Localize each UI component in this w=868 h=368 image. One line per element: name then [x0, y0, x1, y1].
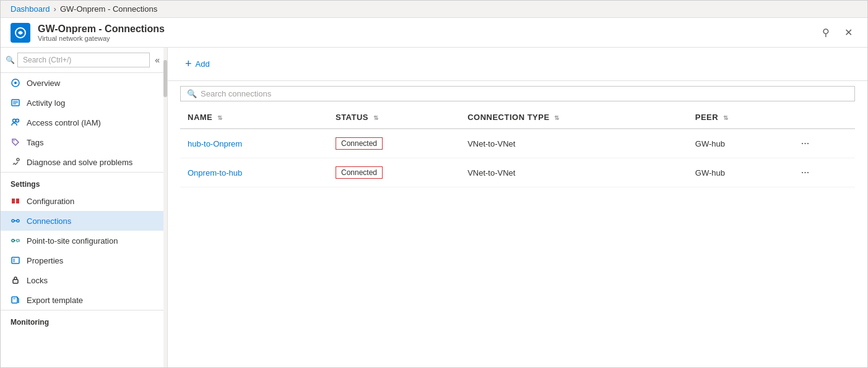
col-header-name[interactable]: NAME ⇅ [180, 106, 328, 129]
sidebar-collapse-button[interactable]: « [152, 54, 162, 66]
table-row: Onprem-to-hubConnectedVNet-to-VNetGW-hub… [180, 158, 855, 187]
col-header-peer[interactable]: PEER ⇅ [688, 106, 790, 129]
sidebar-item-label-overview: Overview [27, 79, 60, 88]
breadcrumb-dashboard[interactable]: Dashboard [11, 4, 50, 14]
svg-point-9 [14, 140, 15, 142]
sidebar-item-label-diagnose: Diagnose and solve problems [27, 158, 132, 167]
cell-more-1: ··· [790, 158, 855, 187]
svg-point-17 [17, 239, 19, 242]
svg-rect-12 [16, 199, 19, 203]
svg-point-16 [12, 239, 14, 242]
col-header-status[interactable]: STATUS ⇅ [328, 106, 460, 129]
svg-point-10 [17, 158, 19, 161]
svg-point-13 [12, 220, 14, 222]
activity-log-icon [11, 98, 20, 108]
titlebar-actions: ⚲ ✕ [817, 24, 857, 41]
diagnose-icon [11, 157, 20, 167]
sidebar-item-label-export-template: Export template [27, 296, 83, 305]
sidebar-item-export-template[interactable]: Export template [1, 290, 167, 310]
sidebar-item-tags[interactable]: Tags [1, 132, 167, 152]
content-toolbar: + Add [168, 48, 867, 81]
breadcrumb-separator: › [54, 4, 56, 14]
sidebar-item-label-tags: Tags [27, 138, 43, 147]
sidebar-search-input[interactable] [17, 53, 150, 67]
cell-type-1: VNet-to-VNet [460, 158, 688, 187]
properties-icon [11, 255, 20, 265]
more-actions-button[interactable]: ··· [797, 137, 813, 150]
sidebar-item-locks[interactable]: Locks [1, 270, 167, 290]
col-header-actions [790, 106, 855, 129]
pin-button[interactable]: ⚲ [817, 24, 835, 41]
cell-more-0: ··· [790, 129, 855, 158]
breadcrumb: Dashboard › GW-Onprem - Connections [1, 1, 867, 18]
connections-table: NAME ⇅ STATUS ⇅ CONNECTION TYPE ⇅ [180, 106, 855, 187]
export-template-icon [11, 295, 20, 305]
sidebar-item-configuration[interactable]: Configuration [1, 191, 167, 211]
cell-status-1: Connected [328, 158, 460, 187]
col-status-label: STATUS [336, 113, 368, 122]
monitoring-section-label: Monitoring [1, 310, 167, 329]
col-type-label: CONNECTION TYPE [467, 113, 549, 122]
locks-icon [11, 275, 20, 285]
svg-rect-19 [12, 257, 19, 263]
titlebar: GW-Onprem - Connections Virtual network … [1, 18, 867, 48]
connections-search-input[interactable] [201, 89, 848, 98]
svg-point-8 [16, 119, 19, 122]
connections-search-icon: 🔍 [187, 89, 197, 98]
content-area: + Add 🔍 NAME ⇅ [168, 48, 867, 367]
svg-rect-11 [12, 199, 15, 203]
access-control-icon [11, 118, 20, 127]
sidebar-item-diagnose[interactable]: Diagnose and solve problems [1, 152, 167, 172]
more-actions-button[interactable]: ··· [797, 166, 813, 179]
main-body: 🔍 « Overview Activity log [1, 48, 867, 367]
col-name-label: NAME [188, 113, 212, 122]
status-badge: Connected [336, 166, 383, 179]
add-button-label: Add [196, 59, 210, 69]
sidebar-item-overview[interactable]: Overview [1, 73, 167, 93]
col-peer-label: PEER [695, 113, 718, 122]
sidebar-item-label-activity-log: Activity log [27, 98, 65, 108]
sidebar-item-activity-log[interactable]: Activity log [1, 93, 167, 113]
page-subtitle: Virtual network gateway [38, 35, 810, 42]
cell-name-0[interactable]: hub-to-Onprem [180, 129, 328, 158]
sidebar-scrollthumb[interactable] [163, 60, 167, 97]
svg-point-2 [14, 82, 17, 84]
titlebar-text-block: GW-Onprem - Connections Virtual network … [38, 24, 810, 42]
cell-status-0: Connected [328, 129, 460, 158]
titlebar-icon [11, 23, 30, 43]
sidebar-scrolltrack [163, 48, 167, 367]
connections-icon [11, 216, 20, 226]
cell-type-0: VNet-to-VNet [460, 129, 688, 158]
table-row: hub-to-OnpremConnectedVNet-to-VNetGW-hub… [180, 129, 855, 158]
col-peer-sort-icon: ⇅ [723, 114, 729, 121]
overview-icon [11, 78, 20, 88]
sidebar-item-label-locks: Locks [27, 276, 48, 285]
sidebar-item-label-p2s: Point-to-site configuration [27, 236, 118, 246]
sidebar: 🔍 « Overview Activity log [1, 48, 168, 367]
sidebar-item-properties[interactable]: Properties [1, 250, 167, 270]
svg-rect-23 [13, 280, 18, 283]
page-title: GW-Onprem - Connections [38, 24, 810, 35]
sidebar-item-p2s[interactable]: Point-to-site configuration [1, 231, 167, 250]
col-status-sort-icon: ⇅ [373, 114, 379, 121]
connections-table-container: NAME ⇅ STATUS ⇅ CONNECTION TYPE ⇅ [168, 106, 867, 367]
col-header-connection-type[interactable]: CONNECTION TYPE ⇅ [460, 106, 688, 129]
settings-section-label: Settings [1, 172, 167, 191]
svg-rect-24 [12, 297, 17, 303]
cell-name-1[interactable]: Onprem-to-hub [180, 158, 328, 187]
sidebar-item-label-connections: Connections [27, 216, 71, 226]
cell-peer-1: GW-hub [688, 158, 790, 187]
sidebar-item-label-configuration: Configuration [27, 197, 74, 206]
status-badge: Connected [336, 137, 383, 150]
p2s-icon [11, 236, 20, 246]
sidebar-item-access-control[interactable]: Access control (IAM) [1, 113, 167, 132]
sidebar-item-connections[interactable]: Connections [1, 211, 167, 231]
cell-peer-0: GW-hub [688, 129, 790, 158]
svg-point-14 [17, 220, 19, 222]
col-name-sort-icon: ⇅ [217, 114, 223, 121]
table-header-row: NAME ⇅ STATUS ⇅ CONNECTION TYPE ⇅ [180, 106, 855, 129]
add-button[interactable]: + Add [180, 55, 215, 73]
close-button[interactable]: ✕ [840, 24, 857, 41]
sidebar-search-icon: 🔍 [6, 56, 15, 64]
sidebar-item-label-properties: Properties [27, 256, 63, 265]
